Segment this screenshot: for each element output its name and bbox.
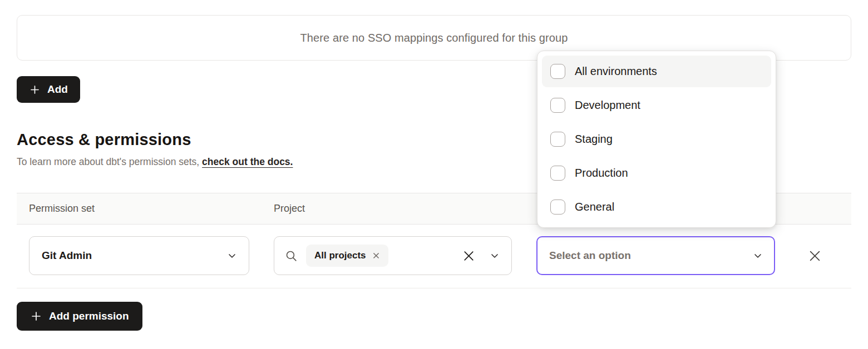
sso-empty-message: There are no SSO mappings configured for… [300, 32, 568, 44]
add-sso-mapping-button[interactable]: Add [17, 76, 80, 103]
plus-icon [29, 84, 41, 96]
environment-dropdown-menu: All environments Development Staging Pro… [537, 51, 776, 228]
checkbox-unchecked[interactable] [550, 132, 565, 147]
dropdown-option-general[interactable]: General [542, 191, 771, 223]
project-chip[interactable]: All projects [306, 245, 388, 267]
chevron-down-icon [489, 250, 500, 261]
dropdown-option-staging[interactable]: Staging [542, 123, 771, 155]
dropdown-option-label: Staging [575, 133, 613, 146]
add-permission-button[interactable]: Add permission [17, 302, 142, 331]
chevron-down-icon [752, 250, 763, 261]
group-settings-page: There are no SSO mappings configured for… [0, 0, 868, 349]
dropdown-option-production[interactable]: Production [542, 157, 771, 189]
plus-icon [30, 310, 42, 322]
checkbox-unchecked[interactable] [550, 64, 565, 79]
column-header-permission-set: Permission set [29, 203, 249, 215]
column-header-project: Project [274, 203, 512, 215]
docs-link[interactable]: check out the docs. [202, 156, 293, 167]
environment-select[interactable]: Select an option All environments Develo… [536, 236, 775, 275]
permissions-table: Permission set Project Git Admin All p [17, 193, 851, 288]
search-icon [284, 249, 298, 263]
chip-remove-icon[interactable] [372, 252, 380, 260]
dropdown-option-label: General [575, 201, 614, 213]
checkbox-unchecked[interactable] [550, 166, 565, 181]
description-text: To learn more about dbt's permission set… [17, 156, 202, 167]
permission-set-select[interactable]: Git Admin [29, 236, 249, 275]
dropdown-option-label: Development [575, 99, 640, 112]
add-button-label: Add [47, 83, 68, 96]
add-permission-label: Add permission [49, 310, 129, 322]
dropdown-option-label: Production [575, 167, 628, 180]
permission-table-row: Git Admin All projects [17, 225, 851, 288]
delete-row-icon[interactable] [807, 248, 846, 263]
environment-placeholder: Select an option [549, 250, 631, 262]
dropdown-option-label: All environments [575, 65, 657, 78]
project-chip-label: All projects [314, 250, 366, 261]
permission-set-value: Git Admin [42, 250, 92, 262]
chevron-down-icon [226, 250, 238, 261]
dropdown-option-development[interactable]: Development [542, 89, 771, 121]
clear-selection-icon[interactable] [462, 249, 476, 263]
dropdown-option-all-environments[interactable]: All environments [542, 56, 771, 87]
checkbox-unchecked[interactable] [550, 98, 565, 113]
checkbox-unchecked[interactable] [550, 200, 565, 215]
project-multiselect[interactable]: All projects [274, 236, 512, 275]
